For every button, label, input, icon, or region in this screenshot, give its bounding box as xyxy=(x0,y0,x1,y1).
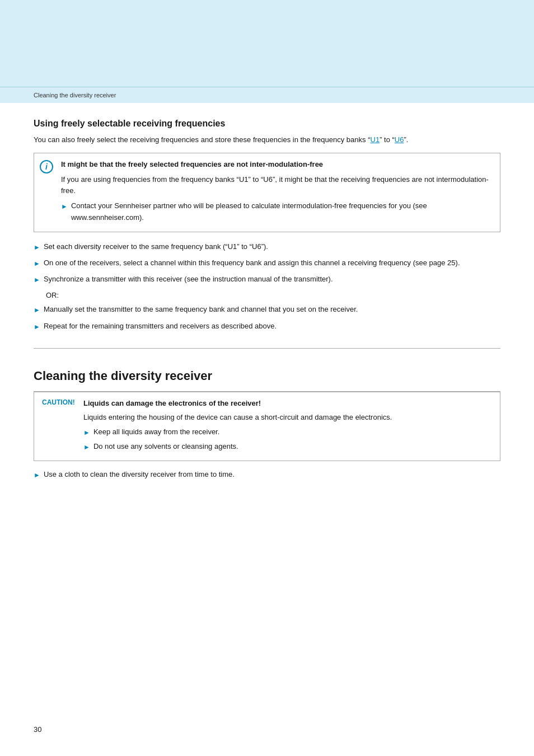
info-content: It might be that the freely selected fre… xyxy=(61,159,492,226)
bullet-item-3: ► Synchronize a transmitter with this re… xyxy=(34,274,500,285)
info-bullet-1: ► Contact your Sennheiser partner who wi… xyxy=(61,200,492,224)
bullet-text-1: Set each diversity receiver to the same … xyxy=(44,241,500,253)
bullet-arrow-icon-4: ► xyxy=(34,305,40,316)
bullet-text-3: Synchronize a transmitter with this rece… xyxy=(44,274,500,285)
bullet-arrow-icon-5: ► xyxy=(34,322,40,332)
info-icon-col: i xyxy=(40,159,55,226)
bullet-text-5: Repeat for the remaining transmitters an… xyxy=(44,321,500,332)
section2-bullet-list: ► Use a cloth to clean the diversity rec… xyxy=(34,469,500,481)
link-u6[interactable]: U6 xyxy=(395,135,404,144)
section1-bullet-list-2: ► Manually set the transmitter to the sa… xyxy=(34,304,500,332)
info-icon: i xyxy=(40,160,53,173)
caution-label: CAUTION! xyxy=(42,398,76,455)
bullet-arrow-icon: ► xyxy=(61,201,68,212)
caution-bullet-1: ► Keep all liquids away from the receive… xyxy=(83,426,492,438)
caution-bullets: ► Keep all liquids away from the receive… xyxy=(83,426,492,452)
info-body: If you are using frequencies from the fr… xyxy=(61,174,492,198)
section-divider xyxy=(34,348,500,349)
bullet-text-2: On one of the receivers, select a channe… xyxy=(44,257,500,269)
section2-bullet-1-text: Use a cloth to clean the diversity recei… xyxy=(44,469,500,481)
main-content: Using freely selectable receiving freque… xyxy=(0,103,534,520)
bullet-item-4: ► Manually set the transmitter to the sa… xyxy=(34,304,500,316)
link-u1[interactable]: U1 xyxy=(371,135,380,144)
caution-arrow-icon-1: ► xyxy=(83,428,90,438)
bullet-text-4: Manually set the transmitter to the same… xyxy=(44,304,500,316)
info-box: i It might be that the freely selected f… xyxy=(34,153,500,232)
info-bullets: ► Contact your Sennheiser partner who wi… xyxy=(61,200,492,224)
header-band xyxy=(0,0,534,87)
info-link-u6[interactable]: U6 xyxy=(263,175,273,184)
caution-content: Liquids can damage the electronics of th… xyxy=(83,398,492,455)
breadcrumb: Cleaning the diversity receiver xyxy=(0,87,534,103)
breadcrumb-text: Cleaning the diversity receiver xyxy=(34,92,116,98)
section1-intro: You can also freely select the receiving… xyxy=(34,134,500,146)
bullet-item-1: ► Set each diversity receiver to the sam… xyxy=(34,241,500,253)
caution-box: CAUTION! Liquids can damage the electron… xyxy=(34,391,500,461)
bullet-item-2: ► On one of the receivers, select a chan… xyxy=(34,257,500,269)
caution-arrow-icon-2: ► xyxy=(83,442,90,453)
bullet-link-u1[interactable]: U1 xyxy=(228,242,237,251)
caution-bullet-2-text: Do not use any solvents or cleansing age… xyxy=(93,441,238,453)
info-title: It might be that the freely selected fre… xyxy=(61,160,323,168)
bullet-arrow-icon-2: ► xyxy=(34,259,40,269)
bullet-item-5: ► Repeat for the remaining transmitters … xyxy=(34,321,500,332)
section1-bullet-list: ► Set each diversity receiver to the sam… xyxy=(34,241,500,286)
bullet-link-u6[interactable]: U6 xyxy=(252,242,261,251)
or-text: OR: xyxy=(46,291,500,299)
info-bullet-1-text: Contact your Sennheiser partner who will… xyxy=(71,200,492,224)
info-link-u1[interactable]: U1 xyxy=(239,175,249,184)
page-number: 30 xyxy=(34,725,41,734)
bullet-arrow-icon-3: ► xyxy=(34,275,40,285)
caution-bullet-2: ► Do not use any solvents or cleansing a… xyxy=(83,441,492,453)
section2-bullet-1: ► Use a cloth to clean the diversity rec… xyxy=(34,469,500,481)
caution-bullet-1-text: Keep all liquids away from the receiver. xyxy=(93,426,219,438)
bullet-arrow-icon-1: ► xyxy=(34,242,40,253)
caution-body: Liquids entering the housing of the devi… xyxy=(83,412,492,424)
page: Cleaning the diversity receiver Using fr… xyxy=(0,0,534,756)
section1-heading: Using freely selectable receiving freque… xyxy=(34,119,500,129)
section2-arrow-icon: ► xyxy=(34,470,40,481)
caution-title: Liquids can damage the electronics of th… xyxy=(83,398,492,410)
section2-heading: Cleaning the diversity receiver xyxy=(34,369,500,383)
